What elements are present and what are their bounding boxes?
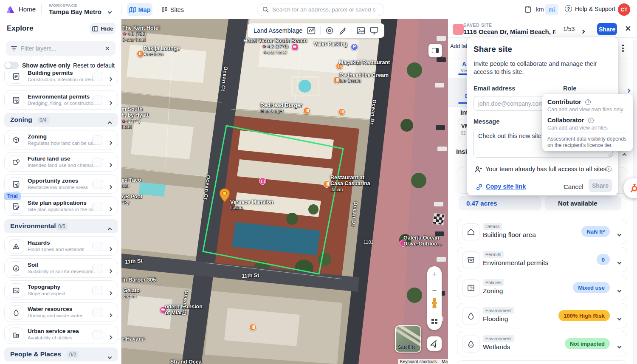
restaurant-marker[interactable]: [249, 324, 256, 331]
tiles-icon[interactable]: [431, 319, 437, 324]
filter-layers-input[interactable]: [21, 45, 101, 52]
layer-card-building-permits[interactable]: Building permits Construction, alteratio…: [4, 71, 118, 86]
info-icon[interactable]: i: [585, 99, 591, 105]
search-bar[interactable]: [257, 3, 384, 16]
info-icon[interactable]: i: [588, 118, 594, 123]
section-environmental[interactable]: Environmental 0/5: [4, 219, 118, 233]
layer-toggle[interactable]: [92, 202, 103, 211]
section-people-places[interactable]: People & Places 0/2: [4, 347, 118, 361]
restaurant-marker[interactable]: [137, 50, 144, 57]
visibility-icon[interactable]: [325, 26, 334, 35]
next-site-button[interactable]: [581, 27, 584, 35]
chevron-right-icon[interactable]: [109, 333, 112, 341]
layer-card-urban-service-area[interactable]: Urban service area Availability of utili…: [4, 324, 118, 344]
layer-toggle[interactable]: [92, 72, 103, 81]
section-zoning[interactable]: Zoning 0/4: [4, 113, 118, 127]
zoom-out-button[interactable]: −: [427, 286, 442, 295]
chevron-right-icon[interactable]: [109, 205, 112, 212]
map-data-link[interactable]: Map d: [442, 359, 448, 364]
add-label-fragment[interactable]: Add lab: [450, 43, 469, 49]
layer-card-environmental-permits[interactable]: Environmental permits Dredging, filling,…: [4, 90, 118, 110]
unit-mi-toggle[interactable]: mi: [545, 4, 558, 15]
reset-to-default-link[interactable]: Reset to default: [73, 62, 115, 69]
chevron-right-icon[interactable]: [109, 161, 112, 168]
layer-card-site-plan-applications[interactable]: Trial Site plan applications Site plan a…: [4, 196, 118, 216]
more-options-icon[interactable]: [622, 45, 624, 52]
layer-card-topography[interactable]: Topography Slope and aspect: [4, 280, 118, 300]
chevron-down-icon[interactable]: [618, 286, 621, 293]
chevron-right-icon[interactable]: [109, 245, 112, 252]
layer-card-opportunity-zones[interactable]: Opportunity zones Revitalize low income …: [4, 174, 118, 194]
chevron-right-icon[interactable]: [109, 75, 112, 82]
search-input[interactable]: [272, 6, 379, 13]
collapse-right-panel-button[interactable]: [428, 44, 442, 57]
info-icon[interactable]: i: [606, 166, 612, 172]
avatar[interactable]: CT: [618, 3, 630, 16]
layer-toggle[interactable]: [92, 242, 103, 251]
show-active-toggle[interactable]: [4, 62, 19, 69]
satellite-layer-button[interactable]: Satellite: [395, 325, 421, 353]
layer-card-future-land-use[interactable]: Future land use Intended land use and ch…: [4, 152, 118, 172]
layer-toggle[interactable]: [92, 135, 103, 145]
role-option-contributor[interactable]: Contributor i Can add and view own files…: [547, 98, 623, 113]
chevron-right-icon[interactable]: [109, 289, 112, 296]
row-flooding[interactable]: Environment Flooding 100% High Risk: [457, 303, 627, 328]
pegman-icon[interactable]: [431, 298, 438, 309]
assemblage-icon[interactable]: [307, 27, 316, 34]
row-wetlands[interactable]: Environment Wetlands Not impacted: [457, 331, 627, 356]
chevron-down-icon[interactable]: [618, 342, 621, 350]
poi-marker[interactable]: [259, 178, 266, 185]
restaurant-marker[interactable]: [303, 107, 310, 114]
monitor-icon[interactable]: [370, 27, 378, 34]
unit-km-toggle[interactable]: km: [536, 6, 544, 13]
layer-toggle[interactable]: [92, 308, 103, 317]
row-zoning[interactable]: Policies Zoning Mixed use: [457, 275, 627, 300]
layer-toggle[interactable]: [92, 286, 103, 295]
layer-toggle[interactable]: [92, 264, 103, 273]
chevron-down-icon[interactable]: [108, 7, 111, 15]
chevron-right-icon[interactable]: [109, 311, 112, 319]
insights-collapse-icon[interactable]: [623, 151, 626, 158]
site-area-chip[interactable]: 0.47 acres: [459, 196, 541, 210]
layer-toggle[interactable]: [92, 158, 103, 167]
chevron-up-icon[interactable]: [108, 119, 111, 127]
share-button[interactable]: Share: [597, 23, 617, 35]
layer-card-water-resources[interactable]: Water resources Drinking and waste water: [4, 302, 118, 322]
clear-filter-icon[interactable]: [105, 46, 110, 51]
layer-toggle[interactable]: [92, 96, 103, 105]
draw-icon[interactable]: [338, 26, 347, 35]
prev-site-button[interactable]: [554, 27, 557, 35]
layer-card-zoning[interactable]: Zoning Regulates how land can be used: [4, 130, 118, 150]
chevron-right-icon[interactable]: [109, 267, 112, 274]
help-support[interactable]: ? Help & Support: [565, 5, 615, 12]
hide-sidebar-button[interactable]: Hide: [90, 23, 116, 34]
copy-site-link[interactable]: Copy site link: [486, 183, 526, 190]
row-environmental-permits[interactable]: Permits Environmental permits 0: [457, 247, 627, 272]
layer-card-soil[interactable]: Soil Suitability of soil for development: [4, 258, 118, 278]
map-canvas[interactable]: The Kent Hotel★4.0 (789)3-star hotelRaki…: [121, 19, 448, 364]
home-link[interactable]: Home: [19, 6, 36, 13]
layer-toggle[interactable]: [92, 330, 103, 339]
chevron-down-icon[interactable]: [618, 258, 621, 265]
site-color-swatch[interactable]: [453, 24, 464, 35]
keyboard-shortcuts-link[interactable]: Keyboard shortcuts: [400, 359, 437, 364]
versace-mansion-pin[interactable]: [219, 188, 230, 203]
chevron-down-icon[interactable]: [108, 353, 111, 360]
chevron-up-icon[interactable]: [108, 225, 111, 233]
restaurant-marker[interactable]: [323, 181, 330, 188]
chevron-right-icon[interactable]: [109, 138, 112, 146]
parking-marker[interactable]: P: [351, 43, 358, 51]
workspace-name[interactable]: Tampa Bay Metro: [49, 8, 101, 15]
panel-scrollbar[interactable]: [633, 40, 637, 364]
image-icon[interactable]: [357, 27, 365, 34]
cancel-button[interactable]: Cancel: [564, 183, 583, 190]
map-orientation-button[interactable]: [427, 336, 442, 351]
restaurant-marker[interactable]: [338, 108, 345, 116]
layer-card-hazards[interactable]: Hazards Flood zones and wetlands: [4, 236, 118, 256]
expand-panel-chevron[interactable]: [627, 86, 630, 94]
row-building-floor-area[interactable]: Details Building floor area NaN ft²: [457, 219, 627, 244]
chevron-right-icon[interactable]: [109, 183, 112, 190]
zoom-in-button[interactable]: +: [427, 270, 442, 279]
chevron-down-icon[interactable]: [618, 230, 621, 237]
filter-layers-input-wrap[interactable]: [6, 41, 116, 56]
